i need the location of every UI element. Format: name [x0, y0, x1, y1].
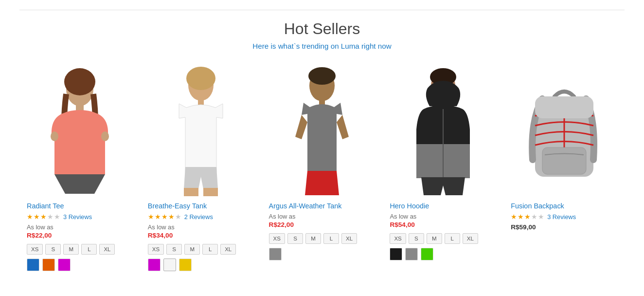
size-options: XSSMLXL — [148, 244, 254, 255]
review-count[interactable]: 2 Reviews — [184, 213, 213, 221]
rating-wrapper: ★★★★★ 2 Reviews — [148, 213, 254, 221]
size-button[interactable]: S — [45, 244, 61, 255]
color-swatch[interactable] — [421, 248, 433, 260]
star-filled: ★ — [524, 213, 531, 221]
product-name[interactable]: Breathe-Easy Tank — [148, 202, 254, 210]
star-empty: ★ — [54, 213, 60, 221]
size-button[interactable]: XL — [341, 233, 357, 244]
size-button[interactable]: XS — [148, 244, 164, 255]
color-swatch[interactable] — [148, 259, 161, 271]
rating-wrapper: ★★★★★ 3 Reviews — [511, 213, 617, 221]
star-empty: ★ — [531, 213, 537, 221]
size-button[interactable]: M — [63, 244, 79, 255]
size-button[interactable]: XS — [269, 233, 285, 244]
color-swatch[interactable] — [163, 259, 176, 271]
price-label: As low as — [27, 223, 133, 231]
size-button[interactable]: L — [81, 244, 97, 255]
stars: ★★★★★ — [511, 213, 544, 221]
page-wrapper: Hot Sellers Here is what`s trending on L… — [0, 0, 644, 291]
product-image[interactable] — [511, 65, 617, 196]
star-empty: ★ — [175, 213, 181, 221]
size-options: XSSMLXL — [27, 244, 133, 255]
section-title: Hot Sellers — [19, 20, 625, 38]
product-name[interactable]: Argus All-Weather Tank — [269, 202, 376, 210]
star-filled: ★ — [40, 213, 47, 221]
star-filled: ★ — [155, 213, 161, 221]
size-button[interactable]: L — [445, 233, 460, 244]
product-figure — [390, 65, 496, 196]
color-swatch[interactable] — [27, 259, 39, 271]
svg-rect-20 — [535, 96, 593, 118]
color-options — [148, 259, 254, 271]
color-options — [390, 248, 496, 260]
star-filled: ★ — [518, 213, 524, 221]
svg-point-6 — [186, 67, 215, 90]
size-button[interactable]: M — [427, 233, 442, 244]
svg-rect-9 — [203, 188, 218, 196]
price: R$22,00 — [27, 232, 133, 239]
star-filled: ★ — [148, 213, 154, 221]
size-button[interactable]: XS — [390, 233, 406, 244]
color-swatch[interactable] — [42, 259, 55, 271]
star-empty: ★ — [538, 213, 544, 221]
products-grid: Radiant Tee ★★★★★ 3 Reviews As low as R$… — [19, 65, 625, 271]
stars: ★★★★★ — [27, 213, 60, 221]
price-label: As low as — [148, 223, 254, 231]
product-figure — [148, 65, 254, 196]
product-name[interactable]: Fusion Backpack — [511, 202, 617, 210]
svg-rect-19 — [542, 148, 586, 174]
color-swatch[interactable] — [179, 259, 192, 271]
size-options: XSSMLXL — [390, 233, 496, 244]
size-button[interactable]: L — [323, 233, 339, 244]
size-button[interactable]: S — [287, 233, 303, 244]
stars: ★★★★★ — [148, 213, 181, 221]
svg-rect-8 — [184, 188, 198, 196]
svg-point-11 — [308, 67, 336, 85]
color-swatch[interactable] — [269, 248, 282, 260]
price: R$22,00 — [269, 221, 376, 228]
rating-wrapper: ★★★★★ 3 Reviews — [27, 213, 133, 221]
size-options: XSSMLXL — [269, 233, 376, 244]
star-filled: ★ — [161, 213, 168, 221]
product-item-breathe-easy-tank: Breathe-Easy Tank ★★★★★ 2 Reviews As low… — [141, 65, 262, 271]
price: R$54,00 — [390, 221, 496, 228]
product-item-hero-hoodie: Hero Hoodie As low as R$54,00 XSSMLXL — [382, 65, 503, 271]
color-swatch[interactable] — [405, 248, 418, 260]
color-options — [269, 248, 376, 260]
size-button[interactable]: XL — [99, 244, 115, 255]
svg-point-3 — [51, 131, 58, 141]
size-button[interactable]: XL — [463, 233, 478, 244]
star-filled: ★ — [27, 213, 33, 221]
product-figure — [511, 65, 617, 196]
section-subtitle: Here is what`s trending on Luma right no… — [19, 42, 625, 50]
product-image[interactable] — [269, 65, 376, 196]
size-button[interactable]: M — [184, 244, 200, 255]
product-image[interactable] — [390, 65, 496, 196]
size-button[interactable]: S — [409, 233, 424, 244]
size-button[interactable]: S — [166, 244, 182, 255]
color-swatch[interactable] — [390, 248, 402, 260]
price-label: As low as — [390, 213, 496, 220]
review-count[interactable]: 3 Reviews — [547, 213, 576, 221]
size-button[interactable]: XS — [27, 244, 43, 255]
price: R$59,00 — [511, 223, 617, 231]
product-name[interactable]: Hero Hoodie — [390, 202, 496, 210]
product-figure — [269, 65, 376, 196]
size-button[interactable]: XL — [220, 244, 236, 255]
section-header: Hot Sellers Here is what`s trending on L… — [19, 10, 625, 65]
product-image[interactable] — [148, 65, 254, 196]
size-button[interactable]: L — [202, 244, 218, 255]
product-image[interactable] — [27, 65, 133, 196]
price: R$34,00 — [148, 232, 254, 239]
star-filled: ★ — [34, 213, 40, 221]
product-name[interactable]: Radiant Tee — [27, 202, 133, 210]
product-item-radiant-tee: Radiant Tee ★★★★★ 3 Reviews As low as R$… — [19, 65, 141, 271]
product-item-argus-tank: Argus All-Weather Tank As low as R$22,00… — [262, 65, 383, 271]
color-options — [27, 259, 133, 271]
color-swatch[interactable] — [58, 259, 71, 271]
product-item-fusion-backpack: Fusion Backpack ★★★★★ 3 Reviews R$59,00 — [503, 65, 625, 271]
star-empty: ★ — [47, 213, 54, 221]
size-button[interactable]: M — [305, 233, 321, 244]
svg-point-1 — [64, 68, 95, 95]
review-count[interactable]: 3 Reviews — [63, 213, 92, 221]
